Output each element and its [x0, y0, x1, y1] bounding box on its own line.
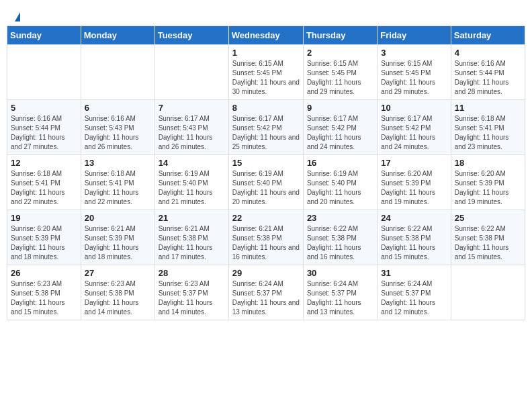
- day-info: Sunrise: 6:24 AM Sunset: 5:37 PM Dayligh…: [381, 279, 447, 317]
- day-info: Sunrise: 6:21 AM Sunset: 5:39 PM Dayligh…: [85, 224, 151, 262]
- calendar-cell: [451, 265, 525, 320]
- day-info: Sunrise: 6:19 AM Sunset: 5:40 PM Dayligh…: [232, 169, 300, 207]
- day-info: Sunrise: 6:21 AM Sunset: 5:38 PM Dayligh…: [232, 224, 300, 262]
- calendar-cell: 13Sunrise: 6:18 AM Sunset: 5:41 PM Dayli…: [81, 155, 154, 210]
- day-number: 26: [11, 268, 77, 278]
- day-of-week-tuesday: Tuesday: [154, 26, 228, 45]
- calendar-cell: 14Sunrise: 6:19 AM Sunset: 5:40 PM Dayli…: [154, 155, 228, 210]
- day-of-week-thursday: Thursday: [303, 26, 377, 45]
- calendar-cell: 25Sunrise: 6:22 AM Sunset: 5:38 PM Dayli…: [451, 210, 525, 265]
- page-header: [7, 7, 525, 21]
- day-number: 20: [85, 213, 151, 223]
- day-info: Sunrise: 6:19 AM Sunset: 5:40 PM Dayligh…: [307, 169, 373, 207]
- day-number: 3: [381, 48, 447, 58]
- day-info: Sunrise: 6:16 AM Sunset: 5:44 PM Dayligh…: [455, 59, 521, 97]
- calendar-cell: 19Sunrise: 6:20 AM Sunset: 5:39 PM Dayli…: [7, 210, 81, 265]
- calendar-cell: [81, 45, 154, 100]
- calendar-cell: 31Sunrise: 6:24 AM Sunset: 5:37 PM Dayli…: [378, 265, 451, 320]
- day-of-week-friday: Friday: [378, 26, 451, 45]
- day-info: Sunrise: 6:15 AM Sunset: 5:45 PM Dayligh…: [232, 59, 300, 97]
- calendar-cell: [7, 45, 81, 100]
- day-info: Sunrise: 6:17 AM Sunset: 5:42 PM Dayligh…: [381, 114, 447, 152]
- day-info: Sunrise: 6:20 AM Sunset: 5:39 PM Dayligh…: [455, 169, 521, 207]
- calendar-cell: 27Sunrise: 6:23 AM Sunset: 5:38 PM Dayli…: [81, 265, 154, 320]
- day-info: Sunrise: 6:21 AM Sunset: 5:38 PM Dayligh…: [159, 224, 225, 262]
- calendar-week-row: 12Sunrise: 6:18 AM Sunset: 5:41 PM Dayli…: [7, 155, 525, 210]
- calendar-cell: 24Sunrise: 6:22 AM Sunset: 5:38 PM Dayli…: [378, 210, 451, 265]
- day-number: 15: [232, 158, 300, 168]
- day-number: 29: [232, 268, 300, 278]
- day-number: 27: [85, 268, 151, 278]
- day-info: Sunrise: 6:18 AM Sunset: 5:41 PM Dayligh…: [455, 114, 521, 152]
- day-number: 9: [307, 103, 373, 113]
- day-number: 28: [159, 268, 225, 278]
- day-info: Sunrise: 6:15 AM Sunset: 5:45 PM Dayligh…: [307, 59, 373, 97]
- calendar-cell: 11Sunrise: 6:18 AM Sunset: 5:41 PM Dayli…: [451, 100, 525, 155]
- calendar-cell: 2Sunrise: 6:15 AM Sunset: 5:45 PM Daylig…: [303, 45, 377, 100]
- day-number: 1: [232, 48, 300, 58]
- logo-icon: [15, 12, 20, 21]
- day-info: Sunrise: 6:18 AM Sunset: 5:41 PM Dayligh…: [85, 169, 151, 207]
- day-number: 8: [232, 103, 300, 113]
- day-number: 6: [85, 103, 151, 113]
- calendar-cell: 23Sunrise: 6:22 AM Sunset: 5:38 PM Dayli…: [303, 210, 377, 265]
- day-info: Sunrise: 6:18 AM Sunset: 5:41 PM Dayligh…: [11, 169, 77, 207]
- day-number: 23: [307, 213, 373, 223]
- calendar-cell: 30Sunrise: 6:24 AM Sunset: 5:37 PM Dayli…: [303, 265, 377, 320]
- calendar-cell: 6Sunrise: 6:16 AM Sunset: 5:43 PM Daylig…: [81, 100, 154, 155]
- logo: [13, 12, 20, 21]
- day-info: Sunrise: 6:17 AM Sunset: 5:42 PM Dayligh…: [307, 114, 373, 152]
- day-number: 12: [11, 158, 77, 168]
- day-number: 10: [381, 103, 447, 113]
- calendar-cell: [154, 45, 228, 100]
- calendar-cell: 18Sunrise: 6:20 AM Sunset: 5:39 PM Dayli…: [451, 155, 525, 210]
- day-number: 21: [159, 213, 225, 223]
- day-info: Sunrise: 6:22 AM Sunset: 5:38 PM Dayligh…: [307, 224, 373, 262]
- calendar-week-row: 1Sunrise: 6:15 AM Sunset: 5:45 PM Daylig…: [7, 45, 525, 100]
- calendar-header-row: SundayMondayTuesdayWednesdayThursdayFrid…: [7, 26, 525, 45]
- calendar-cell: 26Sunrise: 6:23 AM Sunset: 5:38 PM Dayli…: [7, 265, 81, 320]
- day-info: Sunrise: 6:23 AM Sunset: 5:38 PM Dayligh…: [85, 279, 151, 317]
- calendar-cell: 16Sunrise: 6:19 AM Sunset: 5:40 PM Dayli…: [303, 155, 377, 210]
- day-number: 25: [455, 213, 521, 223]
- calendar-week-row: 19Sunrise: 6:20 AM Sunset: 5:39 PM Dayli…: [7, 210, 525, 265]
- day-number: 16: [307, 158, 373, 168]
- calendar-week-row: 26Sunrise: 6:23 AM Sunset: 5:38 PM Dayli…: [7, 265, 525, 320]
- day-info: Sunrise: 6:22 AM Sunset: 5:38 PM Dayligh…: [381, 224, 447, 262]
- day-number: 31: [381, 268, 447, 278]
- day-info: Sunrise: 6:16 AM Sunset: 5:43 PM Dayligh…: [85, 114, 151, 152]
- calendar-cell: 7Sunrise: 6:17 AM Sunset: 5:43 PM Daylig…: [154, 100, 228, 155]
- calendar-cell: 10Sunrise: 6:17 AM Sunset: 5:42 PM Dayli…: [378, 100, 451, 155]
- day-number: 18: [455, 158, 521, 168]
- day-info: Sunrise: 6:17 AM Sunset: 5:43 PM Dayligh…: [159, 114, 225, 152]
- calendar-cell: 8Sunrise: 6:17 AM Sunset: 5:42 PM Daylig…: [228, 100, 303, 155]
- calendar-cell: 15Sunrise: 6:19 AM Sunset: 5:40 PM Dayli…: [228, 155, 303, 210]
- day-number: 7: [159, 103, 225, 113]
- day-info: Sunrise: 6:22 AM Sunset: 5:38 PM Dayligh…: [455, 224, 521, 262]
- day-info: Sunrise: 6:19 AM Sunset: 5:40 PM Dayligh…: [159, 169, 225, 207]
- day-info: Sunrise: 6:20 AM Sunset: 5:39 PM Dayligh…: [11, 224, 77, 262]
- day-info: Sunrise: 6:24 AM Sunset: 5:37 PM Dayligh…: [232, 279, 300, 317]
- day-number: 19: [11, 213, 77, 223]
- calendar-cell: 21Sunrise: 6:21 AM Sunset: 5:38 PM Dayli…: [154, 210, 228, 265]
- calendar-cell: 5Sunrise: 6:16 AM Sunset: 5:44 PM Daylig…: [7, 100, 81, 155]
- calendar-cell: 29Sunrise: 6:24 AM Sunset: 5:37 PM Dayli…: [228, 265, 303, 320]
- calendar-cell: 12Sunrise: 6:18 AM Sunset: 5:41 PM Dayli…: [7, 155, 81, 210]
- day-of-week-monday: Monday: [81, 26, 154, 45]
- day-number: 17: [381, 158, 447, 168]
- day-number: 5: [11, 103, 77, 113]
- day-info: Sunrise: 6:20 AM Sunset: 5:39 PM Dayligh…: [381, 169, 447, 207]
- calendar-table: SundayMondayTuesdayWednesdayThursdayFrid…: [7, 26, 525, 320]
- day-number: 13: [85, 158, 151, 168]
- day-number: 14: [159, 158, 225, 168]
- calendar-cell: 9Sunrise: 6:17 AM Sunset: 5:42 PM Daylig…: [303, 100, 377, 155]
- day-of-week-sunday: Sunday: [7, 26, 81, 45]
- day-number: 22: [232, 213, 300, 223]
- calendar-cell: 20Sunrise: 6:21 AM Sunset: 5:39 PM Dayli…: [81, 210, 154, 265]
- calendar-cell: 22Sunrise: 6:21 AM Sunset: 5:38 PM Dayli…: [228, 210, 303, 265]
- day-number: 24: [381, 213, 447, 223]
- day-info: Sunrise: 6:23 AM Sunset: 5:38 PM Dayligh…: [11, 279, 77, 317]
- day-number: 4: [455, 48, 521, 58]
- calendar-cell: 17Sunrise: 6:20 AM Sunset: 5:39 PM Dayli…: [378, 155, 451, 210]
- day-info: Sunrise: 6:15 AM Sunset: 5:45 PM Dayligh…: [381, 59, 447, 97]
